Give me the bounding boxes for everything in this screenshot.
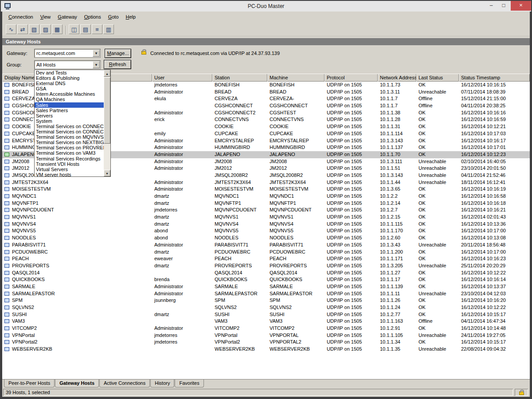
cell-user	[152, 318, 212, 325]
peer-connect-icon[interactable]: ⇄	[17, 24, 28, 34]
cell-display_name: QASQL2014	[2, 270, 152, 277]
group-option-editors-publishing[interactable]: Editors & Publishing	[35, 75, 104, 81]
table-row[interactable]: VPNPortaljmdetorresVPNPortalVPNPORTALUDP…	[2, 332, 530, 339]
table-row[interactable]: SARMALEPASTORAdministratorSARMALEPASTORS…	[2, 290, 530, 297]
menu-item-help[interactable]: Help	[122, 12, 140, 21]
group-option-qa-machines[interactable]: QA Machines	[35, 97, 104, 102]
cell-user: Administrator	[152, 242, 212, 249]
gateway-combobox[interactable]: rc.metaquest.com ▼	[34, 49, 101, 58]
scrollbar-thumb[interactable]	[104, 77, 110, 144]
table-row[interactable]: PROVREPORTSdmartzPROVREPORTSPROVREPORTSU…	[2, 262, 530, 270]
scroll-down-icon[interactable]: ▼	[104, 170, 110, 176]
icons-view-icon[interactable]: ▤	[80, 24, 91, 34]
group-option-terminal-services-recordings[interactable]: Terminal Services Recordings	[35, 156, 104, 161]
dropdown-scrollbar[interactable]: ▲ ▼	[104, 70, 110, 176]
cell-user: jmdetorres	[152, 207, 212, 214]
host-computer-icon	[4, 97, 9, 101]
group-option-terminal-services-on-nextbigthing[interactable]: Terminal Services on NEXTBIGTHING	[35, 140, 104, 145]
host-properties-icon[interactable]: ▦	[52, 24, 63, 34]
table-row[interactable]: PCDUOWEBRCdmartzPCDUOWEBRCPCDUOWEBRCUDP/…	[2, 249, 530, 256]
tab-history[interactable]: History	[150, 379, 174, 387]
cell-protocol: UDP/IP on 1505	[325, 249, 378, 256]
table-row[interactable]: SARMALEAdministratorSARMALESARMALEUDP/IP…	[2, 283, 530, 290]
column-header-network_address[interactable]: Network Address	[378, 74, 416, 82]
group-option-terminal-services-on-vam3[interactable]: Terminal Services on VAM3	[35, 150, 104, 156]
tab-active-connections[interactable]: Active Connections	[99, 379, 150, 387]
group-option-vm-server-hosts[interactable]: VM server hosts	[35, 172, 104, 176]
column-header-user[interactable]: User	[152, 74, 212, 82]
group-option-gsa[interactable]: GSA	[35, 86, 104, 91]
group-option-terminal-services-on-connect2008[interactable]: Terminal Services on CONNECT2008	[35, 124, 104, 129]
gateway-label: Gateway:	[7, 51, 27, 56]
group-option-intern-accessible-machines[interactable]: Intern Accessible Machines	[35, 91, 104, 97]
cell-protocol: UDP/IP on 1505	[325, 227, 378, 235]
list-view-icon[interactable]: ≡	[92, 24, 102, 34]
group-option-external-dns[interactable]: External DNS	[35, 81, 104, 86]
details-view-icon[interactable]: ▥	[103, 24, 114, 34]
table-row[interactable]: MOISESTESTVMAdministratorMOISESTESTVMMOI…	[2, 186, 530, 193]
group-option-dev-and-tests[interactable]: Dev and Tests	[35, 70, 104, 75]
group-option-terminal-services-on-provreports[interactable]: Terminal Services on PROVREPORTS	[35, 145, 104, 150]
refresh-button[interactable]: Refresh	[104, 60, 131, 69]
table-row[interactable]: SPMjsunnbergSPMSPMUDP/IP on 150510.1.1.2…	[2, 297, 530, 304]
table-row[interactable]: WEBSERVER2KBWEBSERVER2KBWEBSERVER2KBUDP/…	[2, 346, 530, 353]
cell-display_name: MOISESTESTVM	[2, 186, 152, 193]
tab-peer-to-peer-hosts[interactable]: Peer-to-Peer Hosts	[4, 379, 55, 387]
close-button[interactable]: ×	[511, 1, 531, 11]
menu-item-options[interactable]: Options	[81, 12, 105, 21]
table-row[interactable]: VITCOMP2AdministratorVITCOMP2VITCOMP2UDP…	[2, 325, 530, 332]
edit-host-icon[interactable]: ▨	[40, 24, 51, 34]
group-option-virtual-servers[interactable]: Virtual Servers	[35, 167, 104, 172]
group-option-sales[interactable]: Sales	[35, 102, 104, 108]
manage-button[interactable]: Manage...	[105, 49, 131, 58]
menu-item-connection[interactable]: Connection	[5, 12, 37, 21]
group-option-terminal-services-on-mqvnvs4[interactable]: Terminal Services on MQVNVS4	[35, 134, 104, 140]
cell-last_status: OK	[416, 151, 459, 158]
cell-last_status: OK	[416, 186, 459, 193]
chevron-down-icon[interactable]: ▼	[93, 61, 100, 68]
column-header-machine[interactable]: Machine	[267, 74, 325, 82]
table-row[interactable]: PEACHeweaverPEACHPEACHUDP/IP on 150510.1…	[2, 255, 530, 262]
group-option-servers[interactable]: Servers	[35, 113, 104, 118]
table-row[interactable]: MQVNPCDUOENTjmdetorresMQVNPCDUOENTMQVNPC…	[2, 207, 530, 214]
new-host-icon[interactable]: ▧	[29, 24, 39, 34]
menu-item-goto[interactable]: Goto	[105, 12, 122, 21]
table-row[interactable]: PARABISVIT71AdministratorPARABISVIT71PAR…	[2, 242, 530, 249]
group-option-sales-partners[interactable]: Sales Partners	[35, 108, 104, 113]
cell-machine: VITCOMP2	[267, 325, 325, 332]
group-option-transient-vdi-hosts[interactable]: Transient VDI Hosts	[35, 161, 104, 167]
tab-favorites[interactable]: Favorites	[175, 379, 203, 387]
scroll-up-icon[interactable]: ▲	[104, 70, 110, 77]
table-row[interactable]: VPNPortal2jmdetorresVPNPortal2VPNPORTAL2…	[2, 339, 530, 346]
menu-item-gateway[interactable]: Gateway	[54, 12, 80, 21]
table-row[interactable]: MQVNDC1dmartzMQVNDC1MQVNDC1UDP/IP on 150…	[2, 193, 530, 200]
table-row[interactable]: NOODLESabondNOODLESNOODLESUDP/IP on 1505…	[2, 235, 530, 242]
table-row[interactable]: MQVNVS4dmartzMQVNVS4MQVNVS4UDP/IP on 150…	[2, 221, 530, 228]
group-option-system[interactable]: System	[35, 118, 104, 124]
table-row[interactable]: QASQL2014QASQL2014QASQL2014UDP/IP on 150…	[2, 270, 530, 277]
menu-item-view[interactable]: View	[37, 12, 55, 21]
table-row[interactable]: MQVNVS5abondMQVNVS5MQVNVS5UDP/IP on 1505…	[2, 227, 530, 235]
table-row[interactable]: QUICKBOOKSbrendaQUICKBOOKSQUICKBOOKSUDP/…	[2, 276, 530, 283]
table-row[interactable]: SQLVNS2SQLVNS2SQLVNS2UDP/IP on 150510.1.…	[2, 304, 530, 311]
table-row[interactable]: VAM3VAM3VAM3UDP/IP on 150510.1.1.163Offl…	[2, 318, 530, 325]
table-row[interactable]: MQVNFTP1dmartzMQVNFTP1MQVNFTP1UDP/IP on …	[2, 200, 530, 207]
tab-gateway-hosts[interactable]: Gateway Hosts	[55, 379, 99, 387]
group-combobox[interactable]: All Hosts ▼	[34, 60, 101, 69]
gateway-connect-icon[interactable]: ∿	[6, 24, 16, 34]
group-option-terminal-services-on-connectdem[interactable]: Terminal Services on CONNECTDEM	[35, 129, 104, 134]
cell-status_timestamp: 15/12/2014 21:15:00	[459, 95, 530, 102]
host-computer-icon	[4, 229, 9, 233]
split-view-icon[interactable]: ◫	[69, 24, 79, 34]
column-header-last_status[interactable]: Last Status	[416, 74, 459, 82]
maximize-button[interactable]: □	[497, 1, 510, 11]
table-row[interactable]: MQVNVS1dmartzMQVNVS1MQVNVS1UDP/IP on 150…	[2, 214, 530, 221]
column-header-protocol[interactable]: Protocol	[325, 74, 378, 82]
table-row[interactable]: JMTEST2K3X64AdministratorJMTEST2K3X64JMT…	[2, 179, 530, 186]
minimize-button[interactable]: –	[485, 1, 497, 11]
chevron-down-icon[interactable]: ▼	[93, 50, 100, 57]
cell-user: Administrator	[152, 325, 212, 332]
table-row[interactable]: SUSHIdmartzSUSHISUSHIUDP/IP on 150510.1.…	[2, 311, 530, 318]
column-header-status_timestamp[interactable]: Status Timestamp	[459, 74, 530, 82]
column-header-station[interactable]: Station	[212, 74, 267, 82]
